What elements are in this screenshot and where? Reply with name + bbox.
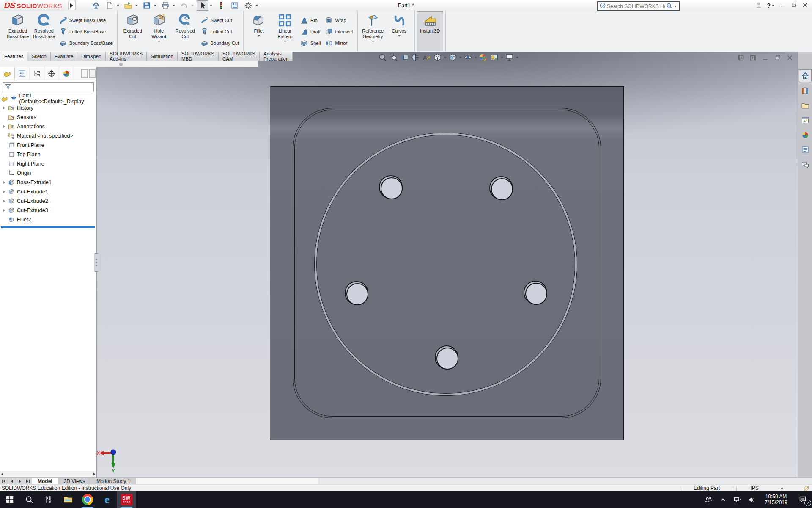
expand-arrow-icon[interactable] bbox=[1, 181, 7, 184]
ribbon-button-boundary-boss[interactable]: Boundary Boss/Base bbox=[58, 38, 114, 49]
ribbon-button-swept-cut[interactable]: Swept Cut bbox=[199, 15, 240, 26]
home-button[interactable] bbox=[90, 0, 102, 11]
sheet-nav-next-button[interactable] bbox=[16, 478, 24, 485]
units-selector[interactable]: IPS bbox=[740, 485, 769, 491]
tray-chevron-up-button[interactable] bbox=[716, 491, 730, 508]
select-cursor-button[interactable] bbox=[197, 0, 208, 11]
tab-evaluate[interactable]: Evaluate bbox=[50, 52, 78, 61]
tree-item-boss-extrude1[interactable]: Boss-Extrude1 bbox=[1, 178, 96, 187]
panel-splitter-handle[interactable] bbox=[94, 253, 99, 272]
window-close-button[interactable] bbox=[802, 2, 809, 10]
taskpane-file-explorer-button[interactable] bbox=[799, 99, 812, 112]
tab-dimxpert[interactable]: DimXpert bbox=[77, 52, 106, 61]
select-cursor-dropdown-caret-icon[interactable] bbox=[210, 5, 212, 6]
tray-notification-button[interactable]: 2 bbox=[793, 491, 812, 508]
search-dropdown-caret-icon[interactable] bbox=[674, 6, 677, 7]
view-orientation-dropdown-caret-icon[interactable] bbox=[444, 57, 447, 58]
viewport-minimize-button[interactable] bbox=[762, 54, 769, 61]
expand-arrow-icon[interactable] bbox=[1, 190, 7, 193]
ribbon-button-mirror[interactable]: Mirror bbox=[324, 38, 354, 49]
tag-icon[interactable] bbox=[803, 485, 809, 491]
ribbon-button-revolved-cut[interactable]: RevolvedCut bbox=[172, 11, 198, 51]
display-style-button[interactable] bbox=[448, 53, 458, 62]
undo-dropdown-caret-icon[interactable] bbox=[191, 5, 194, 6]
sheet-tab-model[interactable]: Model bbox=[32, 478, 58, 485]
tree-item-fillet2[interactable]: Fillet2 bbox=[1, 215, 96, 224]
hole-wizard-dropdown-caret-icon[interactable] bbox=[158, 41, 160, 42]
ribbon-button-hole-wizard[interactable]: HoleWizard bbox=[146, 11, 172, 51]
menu-flyout-button[interactable] bbox=[68, 1, 76, 10]
model-hole-1[interactable] bbox=[379, 175, 403, 199]
expand-arrow-icon[interactable] bbox=[1, 125, 7, 128]
rebuild-button[interactable] bbox=[215, 0, 227, 11]
linear-pattern-dropdown-caret-icon[interactable] bbox=[284, 41, 286, 42]
ribbon-button-fillet[interactable]: Fillet bbox=[246, 11, 272, 51]
tray-volume-button[interactable] bbox=[744, 491, 759, 508]
open-dropdown-caret-icon[interactable] bbox=[135, 5, 138, 6]
undo-button[interactable] bbox=[178, 0, 190, 11]
ribbon-button-lofted-boss[interactable]: Lofted Boss/Base bbox=[58, 27, 114, 37]
new-doc-dropdown-caret-icon[interactable] bbox=[117, 5, 119, 6]
search-input[interactable] bbox=[606, 3, 666, 10]
zoom-to-fit-button[interactable] bbox=[378, 53, 387, 62]
viewport-close-button[interactable] bbox=[786, 54, 793, 61]
taskpane-appearances-button[interactable] bbox=[799, 129, 812, 141]
panel-grip-handle[interactable] bbox=[119, 63, 123, 66]
save-dropdown-caret-icon[interactable] bbox=[154, 5, 156, 6]
panel-tab-featuremanager[interactable] bbox=[0, 67, 15, 80]
view-settings-button[interactable] bbox=[505, 53, 514, 62]
tree-item-sensors[interactable]: Sensors bbox=[1, 113, 96, 122]
tab-solidworks-cam[interactable]: SOLIDWORKS CAM bbox=[218, 52, 260, 61]
tab-simulation[interactable]: Simulation bbox=[146, 52, 178, 61]
ribbon-button-linear-pattern[interactable]: LinearPattern bbox=[272, 11, 298, 51]
tree-item-right-plane[interactable]: Right Plane bbox=[1, 159, 96, 168]
panel-tab-displaymanager[interactable] bbox=[59, 67, 74, 80]
hide-show-items-dropdown-caret-icon[interactable] bbox=[475, 57, 477, 58]
window-restore-button[interactable] bbox=[791, 2, 798, 10]
tree-item-history[interactable]: History bbox=[1, 103, 96, 113]
collapse-right-pane-button[interactable] bbox=[749, 54, 757, 61]
panel-tab-propertymanager[interactable] bbox=[15, 67, 30, 80]
ribbon-button-draft[interactable]: Draft bbox=[299, 27, 322, 37]
settings-gear-button[interactable] bbox=[242, 0, 254, 11]
taskbar-search-button[interactable] bbox=[19, 491, 39, 508]
print-dropdown-caret-icon[interactable] bbox=[173, 5, 175, 6]
tab-analysis-preparation[interactable]: Analysis Preparation bbox=[259, 52, 293, 61]
taskpane-forum-button[interactable] bbox=[799, 158, 812, 171]
ribbon-button-extruded-boss[interactable]: ExtrudedBoss/Base bbox=[5, 11, 31, 51]
ribbon-button-boundary-cut[interactable]: Boundary Cut bbox=[199, 38, 240, 49]
display-style-dropdown-caret-icon[interactable] bbox=[459, 57, 462, 58]
zoom-to-area-button[interactable] bbox=[389, 53, 398, 62]
rollback-bar[interactable] bbox=[1, 226, 95, 228]
help-menu-button[interactable]: ? bbox=[767, 2, 776, 9]
hide-show-annotations-button[interactable]: A bbox=[422, 53, 431, 62]
panel-tab-configurationmanager[interactable] bbox=[30, 67, 44, 80]
taskbar-edge-button[interactable]: e bbox=[97, 491, 117, 508]
search-magnifier-icon[interactable] bbox=[666, 2, 673, 11]
tree-item-cut-extrude2[interactable]: Cut-Extrude2 bbox=[1, 196, 96, 206]
ribbon-button-swept-boss[interactable]: Swept Boss/Base bbox=[58, 15, 114, 26]
options-list-button[interactable] bbox=[229, 0, 241, 11]
sheet-nav-first-button[interactable] bbox=[0, 478, 8, 485]
taskpane-custom-properties-button[interactable] bbox=[799, 144, 812, 156]
tab-sketch[interactable]: Sketch bbox=[27, 52, 50, 61]
ribbon-button-lofted-cut[interactable]: Lofted Cut bbox=[199, 27, 240, 37]
save-button[interactable] bbox=[141, 0, 153, 11]
expand-arrow-icon[interactable] bbox=[1, 199, 7, 203]
sheet-tab-motion-study-1[interactable]: Motion Study 1 bbox=[91, 478, 136, 485]
edit-appearance-button[interactable] bbox=[478, 53, 488, 62]
model-hole-5[interactable] bbox=[435, 345, 458, 369]
model-plate-face[interactable] bbox=[270, 86, 624, 440]
units-caret-icon[interactable] bbox=[780, 487, 784, 489]
taskbar-file-explorer-button[interactable] bbox=[58, 491, 78, 508]
feature-panel-hscrollbar[interactable] bbox=[0, 471, 96, 477]
apply-scene-dropdown-caret-icon[interactable] bbox=[501, 57, 503, 58]
feature-filter-input[interactable] bbox=[3, 82, 94, 92]
help-search-box[interactable]: ? bbox=[597, 1, 680, 11]
apply-scene-button[interactable] bbox=[489, 53, 499, 62]
viewport-restore-button[interactable] bbox=[774, 54, 781, 61]
tab-solidworks-mbd[interactable]: SOLIDWORKS MBD bbox=[177, 52, 219, 61]
new-doc-button[interactable] bbox=[104, 0, 115, 11]
taskpane-home-button[interactable] bbox=[799, 69, 812, 82]
tree-item-cut-extrude1[interactable]: Cut-Extrude1 bbox=[1, 187, 96, 196]
